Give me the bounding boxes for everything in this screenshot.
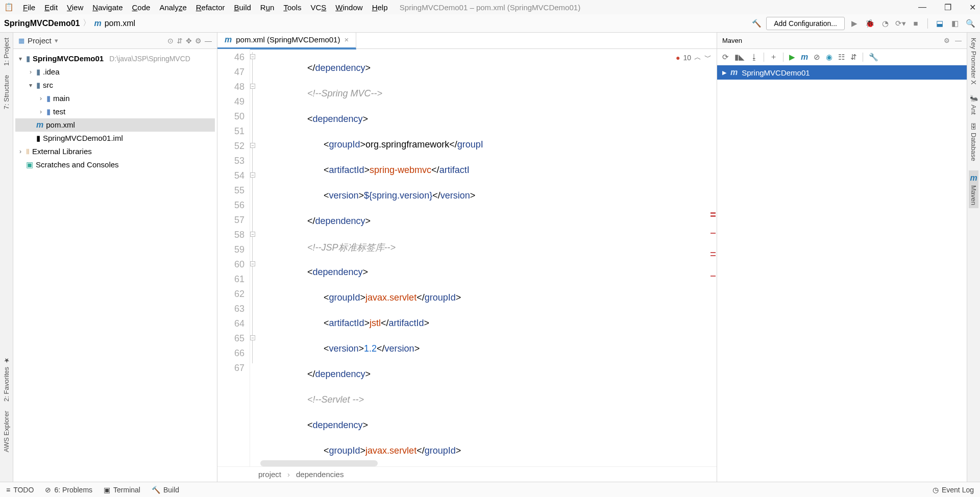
show-deps-icon[interactable]: ☷ — [838, 53, 845, 62]
error-count: 10 — [683, 54, 691, 62]
add-configuration-button[interactable]: Add Configuration... — [766, 17, 845, 30]
status-problems[interactable]: ⊘6: Problems — [45, 486, 92, 494]
generate-sources-icon[interactable]: ▮◣ — [734, 53, 745, 62]
gear-icon[interactable]: ⚙ — [944, 37, 950, 44]
structure-breadcrumbs: project › dependencies — [217, 466, 717, 482]
next-error[interactable]: ﹀ — [704, 53, 712, 62]
tree-main[interactable]: ›▮main — [15, 92, 215, 105]
crumb-project[interactable]: project — [258, 470, 281, 479]
rail-ant[interactable]: 🐜Ant — [970, 94, 977, 115]
rail-project[interactable]: 1: Project — [3, 38, 10, 66]
skip-tests-icon[interactable]: ⊘ — [814, 53, 820, 62]
download-icon[interactable]: ⭳ — [750, 53, 758, 61]
tree-scratches[interactable]: ▣Scratches and Consoles — [15, 158, 215, 171]
project-tree: ▾▮SpringMVCDemo01D:\java\JSP\SpringMVCD … — [13, 49, 217, 175]
status-terminal[interactable]: ▣Terminal — [104, 486, 140, 494]
settings-icon[interactable]: ✥ — [186, 37, 192, 45]
tree-iml[interactable]: ▮SpringMVCDemo01.iml — [15, 132, 215, 145]
fold-icon[interactable]: − — [250, 261, 255, 266]
window-maximize[interactable]: ❐ — [944, 3, 951, 12]
window-minimize[interactable]: — — [918, 3, 926, 12]
menu-build[interactable]: Build — [234, 3, 251, 12]
run-icon[interactable]: ▶ — [849, 18, 860, 29]
rail-maven[interactable]: mMaven — [969, 170, 978, 208]
close-icon[interactable]: × — [344, 35, 349, 44]
fold-icon[interactable]: − — [250, 172, 255, 178]
hammer-icon[interactable]: 🔨 — [751, 18, 762, 29]
collapse-icon[interactable]: ⇵ — [177, 37, 183, 45]
crumb-dependencies[interactable]: dependencies — [296, 470, 344, 479]
fold-icon[interactable]: − — [250, 232, 255, 237]
breadcrumb-file[interactable]: pom.xml — [105, 19, 135, 28]
breadcrumb-root[interactable]: SpringMVCDemo01 — [4, 19, 80, 28]
fold-icon[interactable]: − — [250, 84, 255, 89]
prev-error[interactable]: ︿ — [694, 53, 701, 62]
menu-code[interactable]: Code — [132, 3, 151, 12]
editor-area: m pom.xml (SpringMVCDemo01) × ● 10 ︿ ﹀ 4… — [217, 33, 717, 482]
hide-icon[interactable]: — — [955, 37, 962, 44]
tab-label: pom.xml (SpringMVCDemo01) — [236, 35, 340, 44]
maven-icon: m — [225, 35, 232, 44]
menu-vcs[interactable]: VCS — [310, 3, 326, 12]
git-icon[interactable]: ⬓ — [934, 18, 945, 29]
gutter-fold[interactable]: − − − − − − − — [250, 49, 260, 466]
rail-aws[interactable]: AWS Explorer — [3, 411, 10, 452]
rail-structure[interactable]: 7: Structure — [3, 75, 10, 109]
menu-file[interactable]: File — [23, 3, 35, 12]
collapse-all-icon[interactable]: ⇵ — [850, 53, 857, 62]
debug-icon[interactable]: 🐞 — [864, 18, 875, 29]
fold-icon[interactable]: − — [250, 143, 255, 148]
locate-icon[interactable]: ⊙ — [167, 37, 174, 45]
maven-project-item[interactable]: ▶ m SpringMVCDemo01 — [717, 65, 967, 80]
hide-icon[interactable]: — — [205, 37, 212, 45]
menu-window[interactable]: Window — [335, 3, 362, 12]
status-eventlog[interactable]: ◷Event Log — [933, 486, 974, 494]
tab-row: m pom.xml (SpringMVCDemo01) × — [217, 33, 717, 49]
window-close[interactable]: ✕ — [969, 3, 976, 12]
inspection-widget[interactable]: ● 10 ︿ ﹀ — [676, 53, 712, 62]
menu-analyze[interactable]: Analyze — [159, 3, 186, 12]
editor[interactable]: ● 10 ︿ ﹀ 4647484950515253545556575859606… — [217, 49, 717, 466]
horizontal-scrollbar[interactable] — [260, 460, 378, 466]
project-panel: ▦ Project ▾ ⊙ ⇵ ✥ ⚙ — ▾▮SpringMVCDemo01D… — [13, 33, 217, 482]
code-content[interactable]: </dependency> <!--Spring MVC--> <depende… — [260, 49, 717, 466]
chevron-right-icon: ▶ — [722, 69, 726, 76]
search-icon[interactable]: 🔍 — [965, 18, 976, 29]
tree-src[interactable]: ▾▮src — [15, 79, 215, 92]
stop-icon[interactable]: ■ — [910, 18, 921, 29]
rail-favorites[interactable]: 2: Favorites★ — [3, 357, 10, 402]
rail-database[interactable]: 🗄Database — [970, 123, 977, 161]
menu-run[interactable]: Run — [260, 3, 275, 12]
run-icon[interactable]: ▶ — [789, 53, 795, 62]
menu-view[interactable]: View — [67, 3, 83, 12]
error-stripe[interactable] — [709, 49, 716, 466]
add-icon[interactable]: ＋ — [770, 52, 777, 62]
fold-icon[interactable]: − — [250, 54, 255, 59]
tree-pom[interactable]: mpom.xml — [15, 118, 215, 132]
status-bar: ≡TODO ⊘6: Problems ▣Terminal 🔨Build ◷Eve… — [0, 482, 980, 497]
maven-icon[interactable]: m — [801, 53, 808, 62]
menu-tools[interactable]: Tools — [283, 3, 301, 12]
offline-icon[interactable]: ◉ — [826, 53, 832, 62]
gear-icon[interactable]: ⚙ — [195, 37, 202, 45]
tree-root[interactable]: ▾▮SpringMVCDemo01D:\java\JSP\SpringMVCD — [15, 52, 215, 65]
menu-help[interactable]: Help — [372, 3, 388, 12]
menu-refactor[interactable]: Refactor — [196, 3, 225, 12]
wrench-icon[interactable]: 🔧 — [869, 53, 878, 62]
status-todo[interactable]: ≡TODO — [6, 486, 34, 494]
menu-edit[interactable]: Edit — [44, 3, 58, 12]
profile-icon[interactable]: ⟳▾ — [895, 18, 906, 29]
layout-icon[interactable]: ◧ — [949, 18, 961, 29]
coverage-icon[interactable]: ◔ — [879, 18, 891, 29]
project-panel-header: ▦ Project ▾ ⊙ ⇵ ✥ ⚙ — — [13, 33, 217, 49]
status-build[interactable]: 🔨Build — [152, 486, 179, 494]
tree-test[interactable]: ›▮test — [15, 105, 215, 118]
tab-pom[interactable]: m pom.xml (SpringMVCDemo01) × — [217, 32, 356, 49]
menu-navigate[interactable]: Navigate — [92, 3, 122, 12]
fold-icon[interactable]: − — [250, 335, 255, 340]
reload-icon[interactable]: ⟳ — [722, 53, 729, 62]
tree-external-libraries[interactable]: ›⫴External Libraries — [15, 145, 215, 158]
maven-icon: m — [94, 19, 101, 28]
tree-idea[interactable]: ›▮.idea — [15, 65, 215, 79]
rail-keypromoter[interactable]: Key Promoter X — [970, 38, 977, 85]
